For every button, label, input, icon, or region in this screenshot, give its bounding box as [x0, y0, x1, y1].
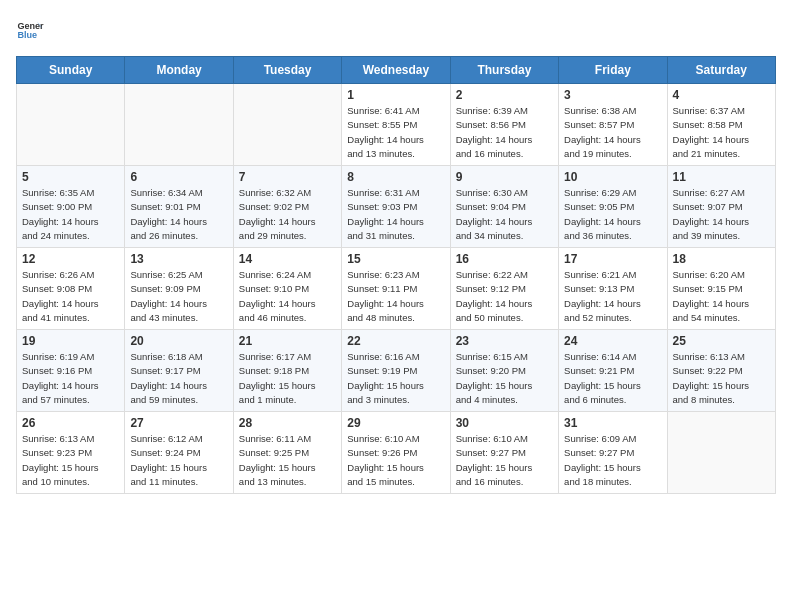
- calendar-cell: 17Sunrise: 6:21 AM Sunset: 9:13 PM Dayli…: [559, 248, 667, 330]
- calendar-cell: 23Sunrise: 6:15 AM Sunset: 9:20 PM Dayli…: [450, 330, 558, 412]
- days-of-week-row: SundayMondayTuesdayWednesdayThursdayFrid…: [17, 57, 776, 84]
- week-row-3: 12Sunrise: 6:26 AM Sunset: 9:08 PM Dayli…: [17, 248, 776, 330]
- day-number: 15: [347, 252, 444, 266]
- day-number: 24: [564, 334, 661, 348]
- day-info: Sunrise: 6:10 AM Sunset: 9:26 PM Dayligh…: [347, 432, 444, 489]
- day-info: Sunrise: 6:22 AM Sunset: 9:12 PM Dayligh…: [456, 268, 553, 325]
- calendar-cell: 20Sunrise: 6:18 AM Sunset: 9:17 PM Dayli…: [125, 330, 233, 412]
- day-number: 5: [22, 170, 119, 184]
- day-info: Sunrise: 6:35 AM Sunset: 9:00 PM Dayligh…: [22, 186, 119, 243]
- day-info: Sunrise: 6:19 AM Sunset: 9:16 PM Dayligh…: [22, 350, 119, 407]
- dow-header-tuesday: Tuesday: [233, 57, 341, 84]
- day-number: 2: [456, 88, 553, 102]
- calendar-table: SundayMondayTuesdayWednesdayThursdayFrid…: [16, 56, 776, 494]
- day-number: 28: [239, 416, 336, 430]
- dow-header-saturday: Saturday: [667, 57, 775, 84]
- day-info: Sunrise: 6:18 AM Sunset: 9:17 PM Dayligh…: [130, 350, 227, 407]
- calendar-cell: 11Sunrise: 6:27 AM Sunset: 9:07 PM Dayli…: [667, 166, 775, 248]
- day-number: 26: [22, 416, 119, 430]
- day-info: Sunrise: 6:29 AM Sunset: 9:05 PM Dayligh…: [564, 186, 661, 243]
- calendar-cell: 28Sunrise: 6:11 AM Sunset: 9:25 PM Dayli…: [233, 412, 341, 494]
- calendar-cell: 8Sunrise: 6:31 AM Sunset: 9:03 PM Daylig…: [342, 166, 450, 248]
- day-info: Sunrise: 6:10 AM Sunset: 9:27 PM Dayligh…: [456, 432, 553, 489]
- calendar-cell: 7Sunrise: 6:32 AM Sunset: 9:02 PM Daylig…: [233, 166, 341, 248]
- calendar-cell: 3Sunrise: 6:38 AM Sunset: 8:57 PM Daylig…: [559, 84, 667, 166]
- day-info: Sunrise: 6:12 AM Sunset: 9:24 PM Dayligh…: [130, 432, 227, 489]
- day-number: 17: [564, 252, 661, 266]
- calendar-cell: 2Sunrise: 6:39 AM Sunset: 8:56 PM Daylig…: [450, 84, 558, 166]
- day-number: 10: [564, 170, 661, 184]
- day-number: 7: [239, 170, 336, 184]
- calendar-cell: [233, 84, 341, 166]
- day-number: 23: [456, 334, 553, 348]
- day-info: Sunrise: 6:15 AM Sunset: 9:20 PM Dayligh…: [456, 350, 553, 407]
- day-info: Sunrise: 6:37 AM Sunset: 8:58 PM Dayligh…: [673, 104, 770, 161]
- day-number: 13: [130, 252, 227, 266]
- day-number: 11: [673, 170, 770, 184]
- calendar-cell: 1Sunrise: 6:41 AM Sunset: 8:55 PM Daylig…: [342, 84, 450, 166]
- calendar-cell: 14Sunrise: 6:24 AM Sunset: 9:10 PM Dayli…: [233, 248, 341, 330]
- day-info: Sunrise: 6:20 AM Sunset: 9:15 PM Dayligh…: [673, 268, 770, 325]
- dow-header-friday: Friday: [559, 57, 667, 84]
- day-number: 3: [564, 88, 661, 102]
- day-number: 4: [673, 88, 770, 102]
- day-info: Sunrise: 6:25 AM Sunset: 9:09 PM Dayligh…: [130, 268, 227, 325]
- dow-header-monday: Monday: [125, 57, 233, 84]
- calendar-cell: 6Sunrise: 6:34 AM Sunset: 9:01 PM Daylig…: [125, 166, 233, 248]
- day-info: Sunrise: 6:11 AM Sunset: 9:25 PM Dayligh…: [239, 432, 336, 489]
- logo: General Blue: [16, 16, 48, 44]
- day-info: Sunrise: 6:09 AM Sunset: 9:27 PM Dayligh…: [564, 432, 661, 489]
- calendar-cell: 22Sunrise: 6:16 AM Sunset: 9:19 PM Dayli…: [342, 330, 450, 412]
- day-number: 6: [130, 170, 227, 184]
- week-row-4: 19Sunrise: 6:19 AM Sunset: 9:16 PM Dayli…: [17, 330, 776, 412]
- calendar-cell: 15Sunrise: 6:23 AM Sunset: 9:11 PM Dayli…: [342, 248, 450, 330]
- calendar-cell: 4Sunrise: 6:37 AM Sunset: 8:58 PM Daylig…: [667, 84, 775, 166]
- calendar-cell: 16Sunrise: 6:22 AM Sunset: 9:12 PM Dayli…: [450, 248, 558, 330]
- day-info: Sunrise: 6:21 AM Sunset: 9:13 PM Dayligh…: [564, 268, 661, 325]
- day-number: 12: [22, 252, 119, 266]
- calendar-cell: 30Sunrise: 6:10 AM Sunset: 9:27 PM Dayli…: [450, 412, 558, 494]
- calendar-cell: 21Sunrise: 6:17 AM Sunset: 9:18 PM Dayli…: [233, 330, 341, 412]
- calendar-cell: 24Sunrise: 6:14 AM Sunset: 9:21 PM Dayli…: [559, 330, 667, 412]
- day-number: 25: [673, 334, 770, 348]
- calendar-cell: 29Sunrise: 6:10 AM Sunset: 9:26 PM Dayli…: [342, 412, 450, 494]
- calendar-cell: 12Sunrise: 6:26 AM Sunset: 9:08 PM Dayli…: [17, 248, 125, 330]
- day-number: 9: [456, 170, 553, 184]
- week-row-5: 26Sunrise: 6:13 AM Sunset: 9:23 PM Dayli…: [17, 412, 776, 494]
- day-info: Sunrise: 6:34 AM Sunset: 9:01 PM Dayligh…: [130, 186, 227, 243]
- day-number: 14: [239, 252, 336, 266]
- svg-text:Blue: Blue: [17, 30, 37, 40]
- day-info: Sunrise: 6:31 AM Sunset: 9:03 PM Dayligh…: [347, 186, 444, 243]
- calendar-cell: [667, 412, 775, 494]
- calendar-cell: 26Sunrise: 6:13 AM Sunset: 9:23 PM Dayli…: [17, 412, 125, 494]
- calendar-cell: [17, 84, 125, 166]
- day-info: Sunrise: 6:32 AM Sunset: 9:02 PM Dayligh…: [239, 186, 336, 243]
- calendar-cell: 13Sunrise: 6:25 AM Sunset: 9:09 PM Dayli…: [125, 248, 233, 330]
- day-info: Sunrise: 6:13 AM Sunset: 9:22 PM Dayligh…: [673, 350, 770, 407]
- calendar-cell: 31Sunrise: 6:09 AM Sunset: 9:27 PM Dayli…: [559, 412, 667, 494]
- calendar-cell: 9Sunrise: 6:30 AM Sunset: 9:04 PM Daylig…: [450, 166, 558, 248]
- day-number: 30: [456, 416, 553, 430]
- day-number: 21: [239, 334, 336, 348]
- day-info: Sunrise: 6:30 AM Sunset: 9:04 PM Dayligh…: [456, 186, 553, 243]
- day-number: 1: [347, 88, 444, 102]
- day-number: 29: [347, 416, 444, 430]
- day-number: 16: [456, 252, 553, 266]
- day-info: Sunrise: 6:39 AM Sunset: 8:56 PM Dayligh…: [456, 104, 553, 161]
- day-number: 31: [564, 416, 661, 430]
- dow-header-thursday: Thursday: [450, 57, 558, 84]
- calendar-cell: [125, 84, 233, 166]
- day-number: 19: [22, 334, 119, 348]
- day-number: 20: [130, 334, 227, 348]
- page-header: General Blue: [16, 16, 776, 44]
- calendar-cell: 5Sunrise: 6:35 AM Sunset: 9:00 PM Daylig…: [17, 166, 125, 248]
- calendar-body: 1Sunrise: 6:41 AM Sunset: 8:55 PM Daylig…: [17, 84, 776, 494]
- calendar-cell: 19Sunrise: 6:19 AM Sunset: 9:16 PM Dayli…: [17, 330, 125, 412]
- dow-header-sunday: Sunday: [17, 57, 125, 84]
- week-row-2: 5Sunrise: 6:35 AM Sunset: 9:00 PM Daylig…: [17, 166, 776, 248]
- day-info: Sunrise: 6:26 AM Sunset: 9:08 PM Dayligh…: [22, 268, 119, 325]
- day-info: Sunrise: 6:38 AM Sunset: 8:57 PM Dayligh…: [564, 104, 661, 161]
- day-number: 18: [673, 252, 770, 266]
- dow-header-wednesday: Wednesday: [342, 57, 450, 84]
- day-info: Sunrise: 6:24 AM Sunset: 9:10 PM Dayligh…: [239, 268, 336, 325]
